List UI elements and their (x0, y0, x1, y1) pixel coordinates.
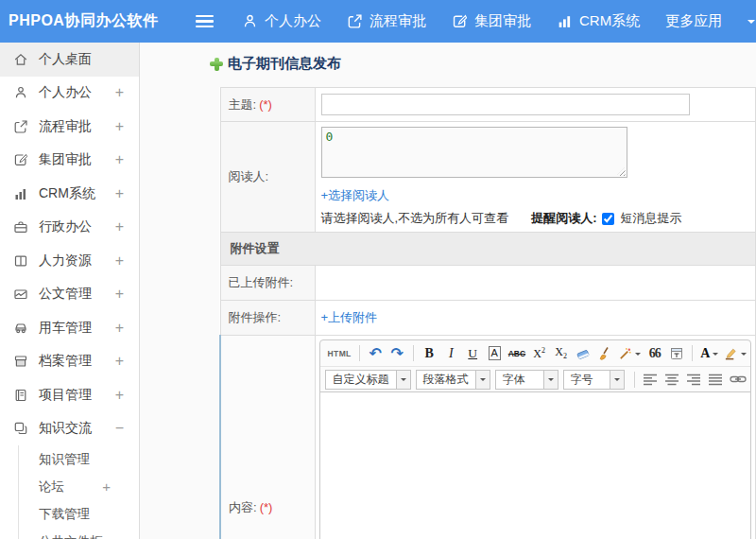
blockquote-button[interactable]: 66 (644, 343, 664, 364)
top-bar: PHPOA协同办公软件 个人办公 流程审批 集团审批 CRM系统 (0, 0, 756, 43)
remove-format-button[interactable] (573, 343, 593, 364)
highlight-color-button[interactable] (722, 343, 748, 364)
sidebar-subitem-download-management[interactable]: 下载管理 (19, 500, 139, 528)
subscript-button[interactable]: X2 (551, 343, 571, 364)
editor-toolbar-row-2: 自定义标题 段落格式 字体 字号 (320, 366, 751, 391)
align-left-button[interactable] (641, 369, 661, 390)
chevron-down-icon (741, 353, 747, 358)
envelope-icon (13, 287, 28, 302)
template-icon (669, 346, 684, 361)
chevron-down-icon (610, 371, 624, 389)
font-family-select[interactable]: 字体 (495, 370, 558, 390)
select-readers-link[interactable]: +选择阅读人 (321, 187, 750, 204)
briefcase-icon (13, 219, 28, 235)
nav-label: 流程审批 (369, 12, 426, 30)
readers-textarea[interactable]: 0 (321, 127, 627, 178)
align-right-button[interactable] (684, 369, 704, 390)
sidebar-subitem-knowledge-management[interactable]: 知识管理 (19, 445, 139, 473)
redo-button[interactable]: ↷ (387, 343, 407, 364)
page-title-text: 电子期刊信息发布 (228, 55, 341, 73)
editor-toolbar-row-1: HTML ↶ ↷ B I U A ABC X2 X2 (320, 340, 751, 366)
remind-readers-label: 提醒阅读人: (531, 210, 596, 227)
required-mark: (*) (260, 500, 273, 514)
sidebar-item-project-management[interactable]: 项目管理 + (0, 378, 139, 412)
hamburger-menu-icon[interactable] (196, 15, 214, 28)
font-color-button[interactable]: A (698, 343, 720, 364)
stacked-chats-icon (13, 421, 28, 436)
subject-label: 主题:(*) (220, 88, 315, 122)
undo-button[interactable]: ↶ (366, 343, 386, 364)
superscript-button[interactable]: X2 (529, 343, 549, 364)
align-center-button[interactable] (662, 369, 682, 390)
readers-hint: 请选择阅读人,不选为所有人可查看 (321, 210, 509, 227)
sidebar-item-admin-office[interactable]: 行政办公 + (0, 211, 139, 245)
upload-attachment-link[interactable]: +上传附件 (321, 310, 378, 324)
paragraph-format-select[interactable]: 段落格式 (416, 370, 490, 390)
publish-form: 主题:(*) 阅读人: 0 +选择阅读人 请选择阅读人,不选为所有人可查看 提醒… (219, 87, 756, 539)
sidebar-item-human-resources[interactable]: 人力资源 + (0, 244, 139, 278)
nav-workflow-approval[interactable]: 流程审批 (347, 12, 426, 30)
nav-crm-system[interactable]: CRM系统 (557, 12, 640, 30)
insert-template-button[interactable] (666, 343, 686, 364)
person-icon (13, 85, 28, 100)
readers-label: 阅读人: (220, 122, 315, 233)
italic-button[interactable]: I (441, 343, 461, 364)
sidebar: 个人桌面 个人办公 + 流程审批 + 集团审批 + CRM系统 + 行政办公 +… (0, 43, 140, 539)
sidebar-subitem-public-file-cabinet[interactable]: 公共文件柜 (19, 528, 139, 539)
html-source-button[interactable]: HTML (326, 343, 353, 364)
nav-group-approval[interactable]: 集团审批 (452, 12, 531, 30)
bar-chart-icon (557, 13, 573, 29)
sidebar-subitem-forum[interactable]: 论坛 + (19, 473, 139, 500)
rich-text-editor: HTML ↶ ↷ B I U A ABC X2 X2 (319, 339, 752, 539)
subject-input[interactable] (321, 94, 690, 115)
sidebar-item-workflow-approval[interactable]: 流程审批 + (0, 110, 139, 144)
uploaded-attachments-value (315, 266, 756, 301)
bold-button[interactable]: B (420, 343, 439, 364)
custom-title-select[interactable]: 自定义标题 (325, 370, 411, 390)
nav-label: 集团审批 (474, 12, 531, 30)
bar-chart-icon (13, 186, 28, 201)
edit-icon (13, 152, 28, 167)
clear-format-button[interactable] (594, 343, 614, 364)
top-nav: 个人办公 流程审批 集团审批 CRM系统 更多应用 (242, 12, 755, 30)
toolbar-separator (359, 345, 360, 361)
uploaded-attachments-label: 已上传附件: (220, 266, 315, 301)
unlink-button[interactable] (750, 369, 752, 390)
sidebar-item-crm-system[interactable]: CRM系统 + (0, 177, 139, 211)
auto-typeset-button[interactable] (616, 343, 643, 364)
char-border-button[interactable]: A (485, 343, 505, 364)
sidebar-item-vehicle-management[interactable]: 用车管理 + (0, 311, 139, 345)
redo-icon: ↷ (391, 346, 404, 361)
sidebar-item-personal-office[interactable]: 个人办公 + (0, 77, 139, 111)
knowledge-exchange-submenu: 知识管理 论坛 + 下载管理 公共文件柜 (18, 445, 139, 539)
sidebar-item-knowledge-exchange[interactable]: 知识交流 − (0, 412, 139, 446)
person-icon (242, 13, 258, 29)
required-mark: (*) (259, 97, 272, 112)
more-apps-caret[interactable] (747, 16, 755, 27)
sidebar-item-document-management[interactable]: 公文管理 + (0, 278, 139, 312)
book-icon (13, 253, 28, 269)
insert-link-button[interactable] (728, 369, 748, 390)
underline-button[interactable]: U (463, 343, 483, 364)
sidebar-item-personal-desktop[interactable]: 个人桌面 (0, 43, 139, 77)
sidebar-item-archive-management[interactable]: 档案管理 + (0, 345, 139, 379)
nav-more-apps[interactable]: 更多应用 (665, 12, 722, 30)
home-icon (13, 52, 28, 67)
green-plus-icon (210, 58, 223, 71)
justify-button[interactable] (706, 369, 726, 390)
chevron-down-icon (713, 353, 718, 358)
car-icon (13, 321, 28, 336)
main-content: 电子期刊信息发布 主题:(*) 阅读人: 0 +选择阅读人 请选择阅读人,不选为… (141, 43, 756, 539)
notebook-icon (13, 388, 28, 403)
align-left-icon (643, 374, 658, 386)
strikethrough-button[interactable]: ABC (507, 343, 527, 364)
nav-personal-office[interactable]: 个人办公 (242, 12, 321, 30)
sms-remind-checkbox[interactable] (602, 213, 614, 225)
editor-content-area[interactable] (320, 391, 751, 539)
sms-remind-label: 短消息提示 (620, 210, 681, 227)
font-size-select[interactable]: 字号 (563, 370, 625, 390)
attachment-section-header: 附件设置 (220, 233, 756, 266)
ordered-list-button[interactable] (750, 343, 751, 364)
page-title: 电子期刊信息发布 (210, 55, 756, 73)
sidebar-item-group-approval[interactable]: 集团审批 + (0, 144, 139, 178)
